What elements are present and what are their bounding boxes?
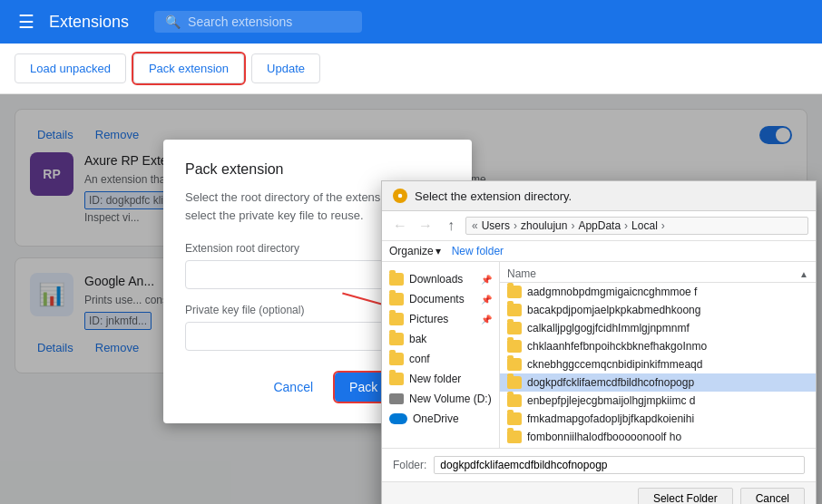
path-username[interactable]: zhoulujun xyxy=(521,219,567,232)
back-button[interactable]: ← xyxy=(389,215,411,237)
sidebar-pictures[interactable]: Pictures 📌 xyxy=(382,309,499,329)
organize-label: Organize xyxy=(389,245,434,257)
folder-icon xyxy=(507,394,522,407)
file-item-0[interactable]: aadgmnobpdmgmigaicncghmmoe f xyxy=(500,283,816,301)
file-name: chklaanhfefbnpoihckbknefhakgoInmo xyxy=(527,340,808,353)
pack-dialog-title: Pack extension xyxy=(185,161,450,178)
file-name: calkalljpglgogjfcidhImmlgjnpmnmf xyxy=(527,322,808,334)
folder-icon xyxy=(507,376,522,389)
file-browser-dialog: Select the extension directory. ← → ↑ « … xyxy=(381,180,817,504)
file-item-8[interactable]: fombonniilhalodfbooooonoolf ho xyxy=(500,428,816,446)
file-dialog-titlebar: Select the extension directory. xyxy=(382,181,816,211)
folder-icon xyxy=(507,431,522,443)
folder-value-input[interactable] xyxy=(434,456,805,474)
file-dialog-title: Select the extension directory. xyxy=(415,189,572,203)
update-button[interactable]: Update xyxy=(251,53,320,83)
sidebar-label: OneDrive xyxy=(413,412,459,425)
file-item-3[interactable]: chklaanhfefbnpoihckbknefhakgoInmo xyxy=(500,337,816,355)
name-column-header: Name xyxy=(507,267,536,280)
sidebar-label: New folder xyxy=(409,373,461,385)
file-item-7[interactable]: fmkadmapgofadopljbjfkapdkoienihi xyxy=(500,410,816,428)
folder-icon xyxy=(389,333,404,345)
file-item-1[interactable]: bacakpdjpomjaelpkpkabmedhkoong xyxy=(500,301,816,319)
file-name: fombonniilhalodfbooooonoolf ho xyxy=(527,431,808,443)
sidebar-bak[interactable]: bak xyxy=(382,329,499,349)
file-item-2[interactable]: calkalljpglgogjfcidhImmlgjnpmnmf xyxy=(500,319,816,337)
sidebar-documents[interactable]: Documents 📌 xyxy=(382,289,499,309)
file-name: cknebhggccemqcnbidipinkifmmeaqd xyxy=(527,358,808,371)
path-appdata[interactable]: AppData xyxy=(578,219,621,232)
sidebar-label: Downloads xyxy=(409,273,463,286)
sort-icon: ▲ xyxy=(799,269,808,279)
path-double-arrow: « xyxy=(472,219,478,232)
file-name: dogkpdfcklifaemcdfbildhcofnopogp xyxy=(527,376,808,389)
folder-icon xyxy=(507,304,522,316)
sidebar-label: conf xyxy=(409,353,430,365)
search-icon: 🔍 xyxy=(165,15,181,29)
file-nav-bar: ← → ↑ « Users › zhoulujun › AppData › Lo… xyxy=(382,211,816,241)
forward-button[interactable]: → xyxy=(415,215,436,237)
folder-icon xyxy=(507,412,522,425)
up-button[interactable]: ↑ xyxy=(440,215,462,237)
sidebar-label: New Volume (D:) xyxy=(409,393,492,405)
folder-icon xyxy=(389,273,404,286)
pack-cancel-button[interactable]: Cancel xyxy=(259,373,328,402)
file-body: Downloads 📌 Documents 📌 Pictures 📌 bak xyxy=(382,262,816,448)
pin-icon: 📌 xyxy=(481,295,492,305)
file-name: aadgmnobpdmgmigaicncghmmoe f xyxy=(527,286,808,298)
new-folder-button[interactable]: New folder xyxy=(452,245,504,257)
file-item-6[interactable]: enbepfpjlejecgbmaijolhgjmpkiimc d xyxy=(500,392,816,410)
folder-icon xyxy=(389,313,404,325)
file-toolbar: Organize ▾ New folder xyxy=(382,241,816,262)
file-name: enbepfpjlejecgbmaijolhgjmpkiimc d xyxy=(527,394,808,407)
pack-extension-button[interactable]: Pack extension xyxy=(133,53,244,83)
folder-label: Folder: xyxy=(393,459,426,471)
search-input[interactable] xyxy=(188,15,351,29)
path-bar: « Users › zhoulujun › AppData › Local › xyxy=(465,217,808,235)
file-name: bacakpdjpomjaelpkpkabmedhkoong xyxy=(527,304,808,316)
search-bar: 🔍 xyxy=(154,11,362,33)
pin-icon: 📌 xyxy=(481,315,492,325)
file-footer-buttons: Select Folder Cancel xyxy=(382,481,816,504)
top-nav: ☰ Extensions 🔍 xyxy=(0,0,822,44)
hamburger-icon[interactable]: ☰ xyxy=(15,7,38,36)
chrome-logo xyxy=(393,189,407,203)
file-select-folder-button[interactable]: Select Folder xyxy=(638,488,733,504)
sidebar-label: Pictures xyxy=(409,313,448,325)
file-list: Name ▲ aadgmnobpdmgmigaicncghmmoe f baca… xyxy=(500,262,816,448)
path-users[interactable]: Users xyxy=(482,219,510,232)
file-item-5-selected[interactable]: dogkpdfcklifaemcdfbildhcofnopogp xyxy=(500,373,816,392)
pin-icon: 📌 xyxy=(481,275,492,285)
page-title: Extensions xyxy=(49,13,129,32)
file-name: fmkadmapgofadopljbjfkapdkoienihi xyxy=(527,412,808,425)
folder-icon xyxy=(507,358,522,371)
file-cancel-button[interactable]: Cancel xyxy=(740,488,805,504)
file-footer: Folder: xyxy=(382,448,816,481)
sidebar-conf[interactable]: conf xyxy=(382,349,499,369)
sidebar-new-folder[interactable]: New folder xyxy=(382,369,499,389)
folder-icon xyxy=(389,293,404,305)
folder-icon xyxy=(507,286,522,298)
path-local[interactable]: Local xyxy=(631,219,658,232)
sidebar-label: Documents xyxy=(409,293,465,305)
file-item-4[interactable]: cknebhggccemqcnbidipinkifmmeaqd xyxy=(500,355,816,373)
folder-icon xyxy=(507,322,522,334)
organize-button[interactable]: Organize ▾ xyxy=(389,245,441,257)
drive-icon xyxy=(389,393,404,404)
sidebar-new-volume[interactable]: New Volume (D:) xyxy=(382,389,499,409)
file-sidebar: Downloads 📌 Documents 📌 Pictures 📌 bak xyxy=(382,262,500,448)
folder-icon xyxy=(389,353,404,365)
load-unpacked-button[interactable]: Load unpacked xyxy=(15,53,126,83)
sidebar-downloads[interactable]: Downloads 📌 xyxy=(382,269,499,289)
file-list-header: Name ▲ xyxy=(500,266,816,283)
onedrive-icon xyxy=(389,413,407,424)
main-content: Details Remove RP Axure RP Extension for… xyxy=(0,94,822,504)
sidebar-onedrive[interactable]: OneDrive xyxy=(382,409,499,429)
organize-dropdown-icon: ▾ xyxy=(435,245,441,257)
folder-icon xyxy=(507,340,522,353)
toolbar: Load unpacked Pack extension Update xyxy=(0,44,822,94)
sidebar-label: bak xyxy=(409,333,426,345)
svg-point-1 xyxy=(398,194,403,199)
folder-icon xyxy=(389,373,404,385)
